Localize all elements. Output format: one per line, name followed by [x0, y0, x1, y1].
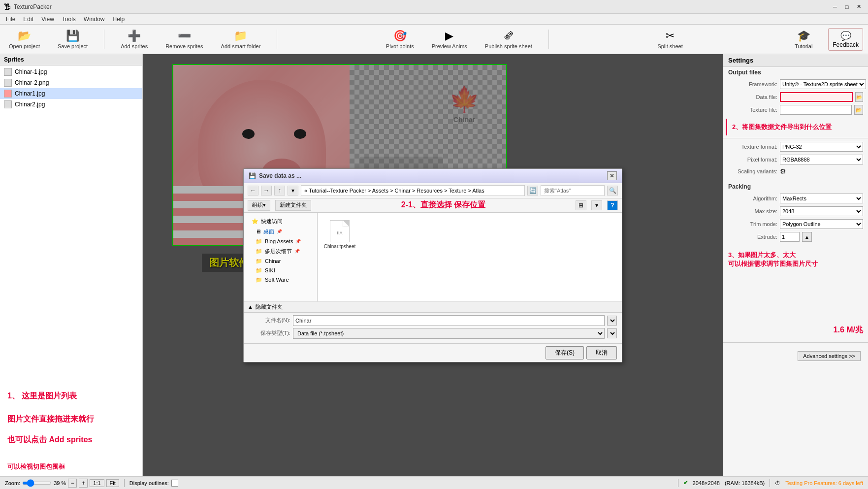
menu-edit[interactable]: Edit	[19, 15, 37, 24]
file-corner	[343, 221, 349, 227]
view-options-button[interactable]: ⊞	[576, 200, 586, 210]
view-dropdown-button[interactable]: ▾	[591, 200, 602, 210]
minimize-button[interactable]: ─	[830, 2, 840, 11]
new-folder-button[interactable]: 新建文件夹	[275, 200, 311, 211]
dialog-sidebar-item-blogassets[interactable]: 📁 Blog Assets 📌	[248, 237, 313, 246]
dialog-title-bar: 💾 Save data as ... ✕	[244, 169, 622, 183]
max-size-row: Max size: 2048	[723, 205, 868, 218]
maximize-button[interactable]: □	[841, 2, 852, 11]
zoom-11-button[interactable]: 1:1	[90, 479, 104, 487]
dialog-sidebar-item-desktop[interactable]: 🖥 桌面 📌	[248, 227, 313, 237]
feedback-button[interactable]: 💬 Feedback	[828, 28, 863, 51]
dialog-overlay[interactable]: 💾 Save data as ... ✕ ← → ↑ ▾ 🔄 🔍	[143, 54, 723, 476]
dialog-sidebar-item-siki[interactable]: 📁 SIKI	[248, 266, 313, 275]
menu-tools[interactable]: Tools	[58, 15, 80, 24]
preview-anims-button[interactable]: ▶ Preview Anims	[428, 28, 471, 51]
nav-up-button[interactable]: ↑	[274, 186, 285, 196]
extrude-input[interactable]	[780, 232, 800, 242]
open-project-button[interactable]: 📂 Open project	[5, 28, 44, 51]
framework-select[interactable]: Unity® - Texture2D sprite sheet	[780, 79, 866, 89]
texture-file-input[interactable]	[780, 105, 852, 115]
collapse-row[interactable]: ▲ 隐藏文件夹	[244, 301, 622, 312]
zoom-in-button[interactable]: +	[79, 479, 88, 488]
nav-search-button[interactable]: 🔍	[607, 186, 618, 196]
organize-button[interactable]: 组织▾	[248, 200, 270, 211]
status-testing: Testing Pro Features: 6 days left	[785, 480, 863, 486]
dialog-sidebar-item-software[interactable]: 📁 Soft Ware	[248, 275, 313, 285]
status-sep-3	[770, 479, 770, 487]
sprite-item-0[interactable]: Chinar-1.jpg	[0, 66, 142, 77]
max-size-select[interactable]: 2048	[780, 206, 863, 216]
texture-format-select[interactable]: PNG-32	[780, 142, 863, 152]
data-file-browse-button[interactable]: 📂	[855, 92, 863, 102]
sprite-item-1[interactable]: Chinar-2.png	[0, 77, 142, 88]
canvas-area[interactable]: 🍁 Chinar 🍁 Chinar 图片软件会通过算法自动合并，非常紧凑精准 💾…	[143, 54, 723, 476]
sprite-item-3[interactable]: Chinar2.jpg	[0, 99, 142, 110]
menu-help[interactable]: Help	[109, 15, 129, 24]
menu-window[interactable]: Window	[80, 15, 109, 24]
display-outlines-checkbox[interactable]	[171, 480, 178, 487]
publish-sprite-sheet-button[interactable]: 🗞 Publish sprite sheet	[481, 28, 536, 51]
zoom-controls: Zoom: 39 % − + 1:1 Fit	[5, 479, 119, 488]
menu-file[interactable]: File	[2, 15, 19, 24]
pixel-format-select[interactable]: RGBA8888	[780, 155, 863, 164]
nav-refresh-button[interactable]: 🔄	[527, 186, 538, 196]
add-sprites-button[interactable]: ➕ Add sprites	[117, 28, 152, 51]
filetype-select[interactable]: Data file (*.tpsheet)	[293, 328, 605, 339]
split-sheet-label: Split sheet	[657, 43, 682, 49]
add-smart-folder-button[interactable]: 📁 Add smart folder	[217, 28, 265, 51]
zoom-fit-button[interactable]: Fit	[106, 479, 119, 487]
extrude-up-button[interactable]: ▲	[802, 232, 812, 242]
status-ram: (RAM: 16384kB)	[725, 480, 765, 486]
status-warning-icon: ⏱	[775, 480, 780, 486]
algorithm-select[interactable]: MaxRects	[780, 194, 863, 203]
texture-file-browse-button[interactable]: 📂	[854, 105, 863, 115]
dialog-buttons: 保存(S) 取消	[244, 343, 622, 362]
cancel-button[interactable]: 取消	[586, 346, 617, 359]
filetype-row: 保存类型(T): Data file (*.tpsheet) ▾	[249, 328, 617, 339]
filename-label: 文件名(N):	[249, 317, 290, 324]
dialog-close-button[interactable]: ✕	[607, 171, 617, 180]
help-button[interactable]: ?	[607, 200, 618, 210]
pivot-points-button[interactable]: 🎯 Pivot points	[382, 28, 418, 51]
nav-recent-button[interactable]: ▾	[288, 186, 298, 196]
dialog-body: ⭐ 快速访问 🖥 桌面 📌 📁 Blog Assets	[244, 213, 622, 301]
filetype-arrow[interactable]: ▾	[607, 328, 617, 338]
nav-search-input[interactable]	[541, 185, 605, 196]
add-sprites-label: Add sprites	[121, 43, 148, 49]
trim-mode-select[interactable]: Polygon Outline	[780, 219, 863, 229]
tutorial-button[interactable]: 🎓 Tutorial	[789, 28, 818, 51]
nav-back-button[interactable]: ←	[248, 186, 258, 196]
settings-sep-1	[723, 138, 868, 138]
advanced-settings-button[interactable]: Advanced settings >>	[798, 351, 861, 361]
collapse-label: 隐藏文件夹	[256, 303, 283, 311]
remove-sprites-button[interactable]: ➖ Remove sprites	[161, 28, 207, 51]
file-name-tpsheet: Chinar.tpsheet	[324, 244, 356, 249]
software-icon: 📁	[256, 277, 262, 283]
dialog-file-area[interactable]: tIA Chinar.tpsheet	[318, 213, 622, 301]
zoom-out-button[interactable]: −	[68, 479, 77, 488]
chinar-folder-label: Chinar	[265, 258, 281, 264]
dialog-sidebar-item-chinar[interactable]: 📁 Chinar	[248, 257, 313, 266]
settings-panel: Settings Output files Framework: Unity® …	[723, 54, 868, 476]
nav-path-input[interactable]	[301, 185, 525, 196]
close-button[interactable]: ✕	[853, 2, 864, 11]
split-sheet-button[interactable]: ✂ Split sheet	[653, 28, 686, 51]
texture-format-label: Texture format:	[728, 144, 777, 150]
scaling-variants-gear[interactable]: ⚙	[780, 167, 786, 175]
filename-input[interactable]	[293, 315, 605, 326]
dialog-sidebar-item-multilevel[interactable]: 📁 多层次细节 📌	[248, 246, 313, 257]
trim-mode-label: Trim mode:	[728, 221, 777, 227]
data-file-input[interactable]	[780, 92, 853, 102]
menu-view[interactable]: View	[37, 15, 58, 24]
filename-select[interactable]: ▾	[607, 316, 617, 326]
extrude-label: Extrude:	[728, 234, 777, 240]
file-item-tpsheet[interactable]: tIA Chinar.tpsheet	[322, 218, 357, 252]
save-button[interactable]: 保存(S)	[546, 346, 584, 359]
nav-forward-button[interactable]: →	[261, 186, 272, 196]
sprite-item-2[interactable]: Chinar1.jpg	[0, 88, 142, 99]
software-label: Soft Ware	[265, 277, 289, 283]
zoom-slider[interactable]	[22, 482, 52, 485]
dialog-sidebar-item-quickaccess[interactable]: ⭐ 快速访问	[248, 216, 313, 227]
save-project-button[interactable]: 💾 Save project	[54, 28, 92, 51]
